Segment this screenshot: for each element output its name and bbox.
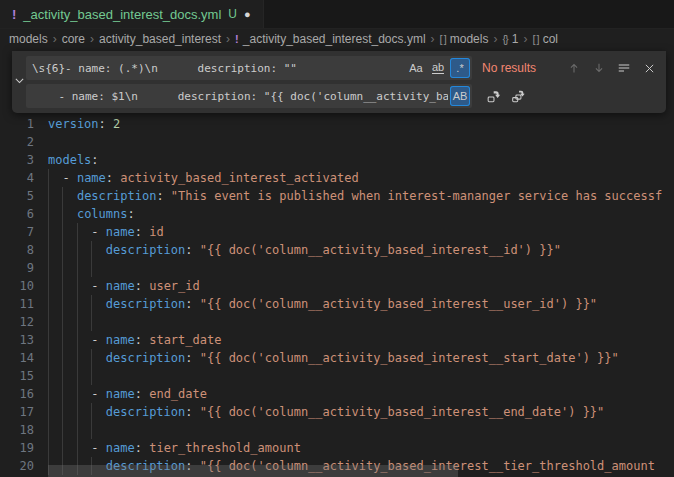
replace-all-button[interactable]: [507, 85, 529, 107]
code-line[interactable]: 2: [0, 133, 674, 151]
indent-guide: [48, 403, 49, 421]
indent-guide: [62, 223, 63, 241]
indent-guide: [62, 313, 63, 331]
breadcrumb-separator-icon: ›: [493, 32, 497, 46]
line-number: 13: [0, 331, 34, 349]
line-number: 4: [0, 169, 34, 187]
line-number: 1: [0, 115, 34, 133]
find-row: Aa ab .* No results: [26, 56, 660, 80]
replace-input[interactable]: [26, 90, 450, 103]
indent-guide: [77, 295, 78, 313]
code-line[interactable]: 5 description: "This event is published …: [0, 187, 674, 205]
code-line[interactable]: 15: [0, 367, 674, 385]
code-text: - name: end_date: [48, 385, 674, 403]
next-match-button[interactable]: [588, 57, 610, 79]
breadcrumb-label: col: [543, 32, 558, 46]
indent-guide: [91, 241, 92, 259]
tab-active[interactable]: ! _activity_based_interest_docs.yml U ●: [0, 0, 264, 28]
code-line[interactable]: 1version: 2: [0, 115, 674, 133]
code-lines: 1version: 223models:4 - name: activity_b…: [0, 115, 674, 475]
code-line[interactable]: 6 columns:: [0, 205, 674, 223]
breadcrumb-item-models[interactable]: models: [9, 32, 48, 46]
line-number: 16: [0, 385, 34, 403]
whole-word-label: ab: [432, 62, 444, 75]
horizontal-scrollbar[interactable]: [48, 465, 458, 477]
breadcrumb-separator-icon: ›: [431, 32, 435, 46]
indent-guide: [77, 385, 78, 403]
breadcrumb-separator-icon: ›: [53, 32, 57, 46]
code-line[interactable]: 13 - name: start_date: [0, 331, 674, 349]
breadcrumb-label: _activity_based_interest_docs.yml: [243, 32, 426, 46]
breadcrumb-item-activity_based_interest[interactable]: activity_based_interest: [99, 32, 221, 46]
indent-guide: [77, 439, 78, 457]
indent-guide: [62, 421, 63, 439]
indent-guide: [91, 421, 92, 439]
indent-guide: [48, 277, 49, 295]
code-line[interactable]: 8 description: "{{ doc('column__activity…: [0, 241, 674, 259]
line-number: 15: [0, 367, 34, 385]
code-line[interactable]: 14 description: "{{ doc('column__activit…: [0, 349, 674, 367]
code-line[interactable]: 10 - name: user_id: [0, 277, 674, 295]
indent-guide: [62, 205, 63, 223]
breadcrumb: models›core›activity_based_interest›!_ac…: [0, 29, 674, 49]
breadcrumb-item-_activity_based_interest_docs.yml[interactable]: !_activity_based_interest_docs.yml: [235, 32, 425, 46]
code-text: description: "This event is published wh…: [48, 187, 674, 205]
line-number: 17: [0, 403, 34, 421]
breadcrumb-label: models: [450, 32, 489, 46]
editor: Aa ab .* No results: [0, 49, 674, 477]
code-text: columns:: [48, 205, 674, 223]
code-line[interactable]: 9: [0, 259, 674, 277]
line-number: 11: [0, 295, 34, 313]
match-case-button[interactable]: Aa: [406, 58, 426, 78]
breadcrumb-separator-icon: ›: [90, 32, 94, 46]
breadcrumb-label: core: [62, 32, 85, 46]
indent-guide: [62, 403, 63, 421]
preserve-case-button[interactable]: AB: [450, 86, 470, 106]
code-text: version: 2: [48, 115, 674, 133]
regex-button[interactable]: .*: [450, 58, 470, 78]
toggle-replace-button[interactable]: [12, 51, 26, 113]
code-line[interactable]: 12: [0, 313, 674, 331]
modified-dot-icon[interactable]: ●: [244, 9, 251, 20]
line-number: 14: [0, 349, 34, 367]
line-number: 3: [0, 151, 34, 169]
breadcrumb-item-core[interactable]: core: [62, 32, 85, 46]
indent-guide: [62, 295, 63, 313]
breadcrumb-separator-icon: ›: [523, 32, 527, 46]
close-button[interactable]: [638, 57, 660, 79]
indent-guide: [48, 169, 49, 187]
indent-guide: [48, 349, 49, 367]
previous-match-button[interactable]: [563, 57, 585, 79]
indent-guide: [77, 277, 78, 295]
code-text: [48, 367, 674, 385]
line-number: 12: [0, 313, 34, 331]
indent-guide: [91, 259, 92, 277]
replace-button[interactable]: [482, 85, 504, 107]
code-line[interactable]: 18: [0, 421, 674, 439]
code-text: [48, 313, 674, 331]
indent-guide: [91, 349, 92, 367]
code-line[interactable]: 3models:: [0, 151, 674, 169]
find-results-count: No results: [482, 61, 560, 75]
breadcrumb-item-models[interactable]: [ ]models: [440, 32, 489, 46]
find-input[interactable]: [26, 62, 406, 75]
code-line[interactable]: 19 - name: tier_threshold_amount: [0, 439, 674, 457]
code-line[interactable]: 7 - name: id: [0, 223, 674, 241]
find-widget: Aa ab .* No results: [12, 51, 666, 113]
indent-guide: [48, 439, 49, 457]
code-line[interactable]: 11 description: "{{ doc('column__activit…: [0, 295, 674, 313]
breadcrumb-item-1[interactable]: {}1: [502, 32, 518, 46]
code-line[interactable]: 4 - name: activity_based_interest_activa…: [0, 169, 674, 187]
code-text: - name: id: [48, 223, 674, 241]
code-line[interactable]: 16 - name: end_date: [0, 385, 674, 403]
code-text: [48, 421, 674, 439]
breadcrumb-item-col[interactable]: [ ]col: [532, 32, 558, 46]
breadcrumb-label: models: [9, 32, 48, 46]
breadcrumb-label: activity_based_interest: [99, 32, 221, 46]
breadcrumb-separator-icon: ›: [226, 32, 230, 46]
find-in-selection-button[interactable]: [613, 57, 635, 79]
code-line[interactable]: 17 description: "{{ doc('column__activit…: [0, 403, 674, 421]
whole-word-button[interactable]: ab: [428, 58, 448, 78]
indent-guide: [91, 403, 92, 421]
indent-guide: [62, 439, 63, 457]
